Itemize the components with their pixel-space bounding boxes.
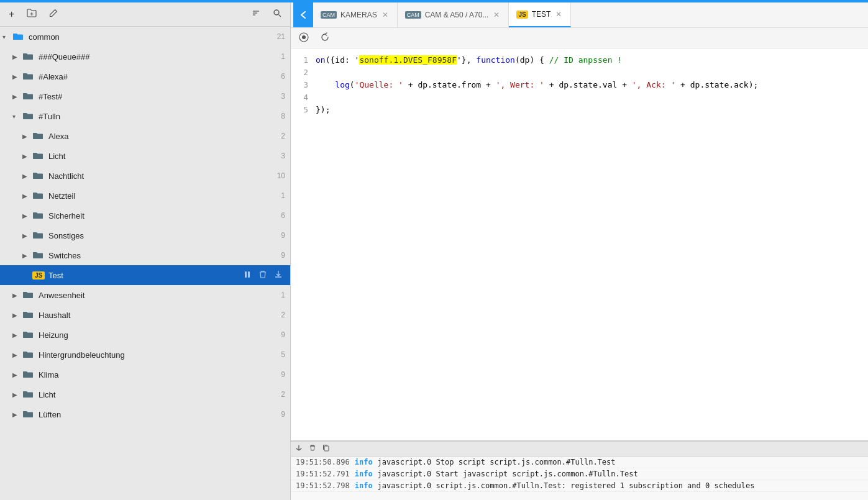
sidebar-item-label: Test (48, 271, 235, 280)
sidebar-item-label: #Alexa# (39, 72, 276, 81)
run-button[interactable] (296, 30, 312, 46)
export-button[interactable] (272, 269, 285, 282)
log-entry-1: 19:51:50.896 info javascript.0 Stop scri… (291, 457, 868, 468)
add-script-button[interactable]: + (5, 6, 18, 22)
tab-close-button[interactable]: ✕ (381, 11, 390, 19)
code-line-5: }); (316, 104, 858, 116)
log-level: info (355, 481, 373, 490)
folder-icon (22, 330, 35, 340)
sidebar-root-common[interactable]: ▾ common 21 (0, 27, 290, 47)
code-line-3: log('Quelle: ' + dp.state.from + ', Wert… (316, 79, 858, 91)
svg-rect-11 (324, 446, 329, 451)
tab-test[interactable]: JS TEST ✕ (509, 2, 571, 27)
log-panel: 19:51:50.896 info javascript.0 Stop scri… (291, 440, 868, 500)
svg-line-6 (279, 15, 281, 17)
edit-button[interactable] (45, 6, 62, 22)
folder-icon (32, 230, 45, 240)
svg-point-10 (302, 35, 306, 39)
chevron-right-icon: ▶ (12, 371, 22, 378)
log-copy-button[interactable] (321, 443, 332, 454)
sidebar-item-licht2[interactable]: ▶ Licht 2 (0, 384, 290, 404)
tab-close-button[interactable]: ✕ (492, 11, 501, 19)
tab-cam-a50[interactable]: CAM CAM & A50 / A70... ✕ (398, 2, 509, 27)
sidebar-item-label: Anwesenheit (39, 291, 276, 300)
sidebar-item-hintergrundbeleuchtung[interactable]: ▶ Hintergrundbeleuchtung 5 (0, 345, 290, 365)
search-button[interactable] (269, 6, 285, 22)
folder-icon (22, 389, 35, 399)
sidebar-item-label: Sicherheit (48, 211, 276, 220)
log-time: 19:51:52.798 (296, 481, 350, 490)
log-entry-2: 19:51:52.791 info javascript.0 Start jav… (291, 468, 868, 480)
svg-point-5 (274, 10, 279, 15)
sort-button[interactable] (248, 6, 264, 22)
sidebar-item-anwesenheit[interactable]: ▶ Anwesenheit 1 (0, 285, 290, 305)
code-lines: 1 2 3 4 5 on({id: 'sonoff.1.DVES_F8958F'… (291, 49, 868, 121)
sidebar-item-label: #Tulln (39, 112, 276, 121)
chevron-right-icon: ▶ (22, 193, 32, 199)
sidebar-item-nachtlicht[interactable]: ▶ Nachtlicht 10 (0, 166, 290, 186)
folder-icon (32, 171, 45, 181)
cam-icon: CAM (321, 11, 337, 19)
chevron-right-icon: ▶ (12, 411, 22, 418)
sidebar-item-count: 3 (281, 92, 285, 101)
sidebar-item-label: Sonstiges (48, 231, 276, 240)
sidebar-item-test-active[interactable]: JS Test (0, 265, 290, 285)
sidebar-item-heizung[interactable]: ▶ Heizung 9 (0, 325, 290, 345)
sidebar-item-luften[interactable]: ▶ Lüften 9 (0, 404, 290, 424)
log-time: 19:51:52.791 (296, 470, 350, 478)
sidebar-item-klima[interactable]: ▶ Klima 9 (0, 365, 290, 384)
chevron-down-icon: ▾ (12, 113, 22, 120)
reload-button[interactable] (317, 30, 333, 46)
chevron-right-icon: ▶ (12, 332, 22, 339)
svg-rect-8 (248, 271, 250, 278)
sidebar-item-count: 9 (281, 370, 285, 379)
sidebar-item-count: 2 (281, 132, 285, 140)
sidebar-item-netzteil[interactable]: ▶ Netzteil 1 (0, 186, 290, 206)
chevron-right-icon: ▶ (12, 312, 22, 319)
chevron-right-icon: ▶ (12, 391, 22, 398)
sidebar-item-count: 6 (281, 211, 285, 220)
back-button[interactable] (293, 2, 313, 27)
sidebar-item-alexa[interactable]: ▶ Alexa 2 (0, 126, 290, 146)
sidebar-item-count: 2 (281, 390, 285, 399)
log-clear-button[interactable] (307, 443, 318, 454)
sidebar-item-count: 8 (281, 112, 285, 120)
tab-kameras[interactable]: CAM KAMERAS ✕ (313, 2, 398, 27)
sidebar-item-queue[interactable]: ▶ ###Queue### 1 (0, 47, 290, 66)
code-content: on({id: 'sonoff.1.DVES_F8958F'}, functio… (316, 54, 868, 116)
log-scroll-button[interactable] (293, 443, 304, 454)
sidebar-item-label: Heizung (39, 330, 276, 340)
folder-icon (12, 32, 25, 42)
add-folder-button[interactable] (23, 6, 40, 22)
sidebar-item-tulln[interactable]: ▾ #Tulln 8 (0, 106, 290, 126)
chevron-right-icon: ▶ (22, 173, 32, 180)
chevron-down-icon: ▾ (2, 34, 12, 40)
sidebar-item-label: Switches (48, 251, 276, 260)
sidebar-item-label: ###Queue### (39, 52, 276, 61)
folder-icon (32, 131, 45, 141)
editor-area[interactable]: 1 2 3 4 5 on({id: 'sonoff.1.DVES_F8958F'… (291, 49, 868, 440)
sidebar-item-haushalt[interactable]: ▶ Haushalt 2 (0, 305, 290, 325)
log-message: javascript.0 Start javascript script.js.… (378, 470, 638, 478)
sidebar-item-count: 10 (277, 171, 285, 180)
folder-icon (32, 151, 45, 161)
sidebar-item-test-hash[interactable]: ▶ #Test# 3 (0, 86, 290, 106)
item-actions (240, 269, 285, 282)
chevron-right-icon: ▶ (22, 133, 32, 140)
no-chevron-icon (22, 272, 32, 279)
tab-close-button[interactable]: ✕ (554, 10, 563, 19)
sidebar-item-label: Hintergrundbeleuchtung (39, 350, 276, 360)
chevron-right-icon: ▶ (22, 232, 32, 239)
sidebar-item-alexa-hash[interactable]: ▶ #Alexa# 6 (0, 66, 290, 86)
log-message: javascript.0 Stop script script.js.commo… (378, 458, 616, 466)
chevron-right-icon: ▶ (12, 73, 22, 80)
sidebar-item-count: 9 (281, 251, 285, 260)
sidebar-item-sicherheit[interactable]: ▶ Sicherheit 6 (0, 206, 290, 225)
delete-button[interactable] (257, 269, 269, 282)
sidebar-item-switches[interactable]: ▶ Switches 9 (0, 245, 290, 265)
pause-button[interactable] (240, 269, 254, 282)
log-level: info (355, 470, 373, 478)
sidebar-item-sonstiges[interactable]: ▶ Sonstiges 9 (0, 225, 290, 245)
sidebar-item-licht[interactable]: ▶ Licht 3 (0, 146, 290, 166)
chevron-right-icon: ▶ (22, 212, 32, 219)
